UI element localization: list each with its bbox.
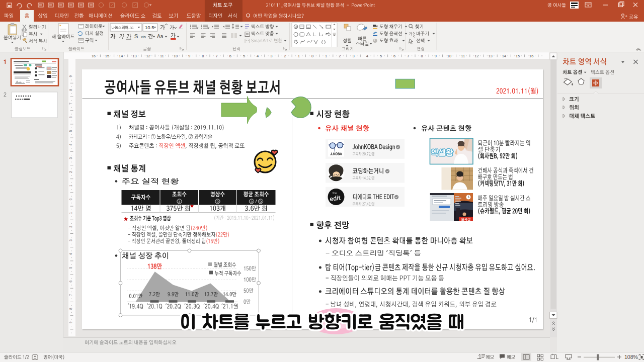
svg-text:1: 1 [69,212,72,214]
svg-text:2: 2 [339,54,341,58]
svg-text:9: 9 [188,54,190,58]
svg-text:12: 12 [146,54,150,58]
svg-text:9: 9 [69,75,72,77]
svg-text:6: 6 [69,281,72,283]
svg-text:0: 0 [69,198,72,200]
svg-text:2: 2 [69,226,72,228]
svg-text:3: 3 [69,239,72,241]
svg-text:Aa: Aa [157,34,164,39]
svg-text:10: 10 [447,54,451,58]
svg-text:6: 6 [393,54,395,58]
svg-text:10.5: 10.5 [145,25,154,30]
svg-text:11: 11 [160,54,164,58]
svg-text:8: 8 [69,89,72,91]
svg-text:16: 16 [529,54,533,58]
svg-text:1: 1 [298,54,300,58]
svg-text:9: 9 [435,54,437,58]
svg-text:8: 8 [202,54,204,58]
svg-text:14: 14 [502,54,506,58]
svg-text:4: 4 [69,253,72,255]
svg-text:12: 12 [474,54,478,58]
svg-text:3: 3 [353,54,355,58]
svg-text:7: 7 [216,54,218,58]
svg-text:13: 13 [132,54,136,58]
svg-text:14: 14 [119,54,123,58]
svg-text:5: 5 [69,130,72,132]
svg-text:4: 4 [257,54,259,58]
svg-text:3: 3 [270,54,272,58]
svg-text:4: 4 [366,54,368,58]
svg-text:9: 9 [69,321,72,323]
svg-text:7: 7 [69,294,72,296]
svg-text:10: 10 [174,54,178,58]
svg-text:108%: 108% [624,354,638,360]
svg-text:4: 4 [69,144,72,146]
svg-text:1: 1 [69,185,72,187]
svg-text:2: 2 [69,171,72,173]
svg-text:5: 5 [69,266,72,268]
svg-text:8: 8 [421,54,423,58]
svg-text:13: 13 [488,54,492,58]
svg-text:11: 11 [461,54,465,58]
svg-text:5: 5 [380,54,382,58]
svg-text:6: 6 [229,54,231,58]
svg-text:1: 1 [325,54,327,58]
svg-text:7: 7 [407,54,409,58]
svg-text:15: 15 [516,54,520,58]
svg-text:6: 6 [69,116,72,118]
svg-text:xls: xls [141,35,146,39]
svg-text:15: 15 [105,54,109,58]
svg-text:8: 8 [69,308,72,310]
svg-text:0: 0 [311,54,313,58]
svg-text:2: 2 [284,54,286,58]
svg-text:5: 5 [243,54,245,58]
svg-text:3: 3 [69,157,72,159]
svg-text:7: 7 [69,103,72,105]
svg-text:16: 16 [92,54,96,58]
